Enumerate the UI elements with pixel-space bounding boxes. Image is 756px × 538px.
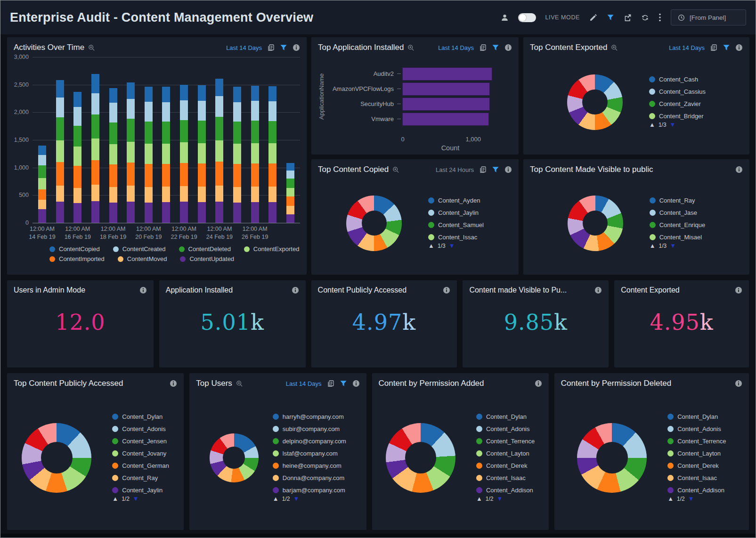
pagination-up-icon[interactable]: ▲	[428, 242, 434, 249]
stacked-bar[interactable]	[73, 92, 81, 223]
legend-item[interactable]: ContentUpdated	[180, 255, 234, 262]
legend-item[interactable]: Content_Jensen	[112, 438, 169, 445]
stacked-bar[interactable]	[109, 88, 117, 223]
donut-chart[interactable]	[386, 423, 455, 493]
panel-time-range[interactable]: Last 14 Days	[669, 44, 705, 51]
donut-chart[interactable]	[346, 196, 402, 251]
pagination-down-icon[interactable]: ▼	[133, 495, 139, 502]
panel-time-range[interactable]: Last 14 Days	[286, 380, 322, 387]
info-icon[interactable]	[735, 44, 743, 51]
zoom-in-icon[interactable]	[88, 44, 95, 51]
filter-icon[interactable]	[723, 44, 730, 51]
legend-item[interactable]: Content_Ayden	[428, 197, 484, 204]
pagination-down-icon[interactable]: ▼	[293, 495, 299, 502]
zoom-in-icon[interactable]	[407, 44, 415, 51]
legend-item[interactable]: ContentDeleted	[179, 245, 231, 253]
legend-item[interactable]: Content_Adonis	[112, 425, 169, 432]
info-icon[interactable]	[292, 286, 299, 294]
copy-icon[interactable]	[479, 166, 487, 173]
live-mode-toggle[interactable]	[518, 13, 536, 22]
more-options-icon[interactable]	[658, 13, 661, 22]
stacked-bar[interactable]	[215, 79, 223, 223]
legend-item[interactable]: Content_Terrence	[667, 438, 726, 445]
legend-item[interactable]: delpino@company.com	[273, 438, 346, 445]
legend-item[interactable]: ContentImported	[49, 255, 105, 262]
filter-icon[interactable]	[492, 166, 499, 173]
filter-icon[interactable]	[340, 380, 347, 387]
pagination-down-icon[interactable]: ▼	[670, 242, 676, 249]
filter-icon[interactable]	[492, 44, 499, 51]
legend-item[interactable]: lstaf@company.com	[273, 450, 346, 457]
copy-icon[interactable]	[710, 44, 717, 51]
pagination-up-icon[interactable]: ▲	[476, 495, 482, 502]
edit-icon[interactable]	[589, 14, 597, 22]
copy-icon[interactable]	[327, 380, 334, 387]
legend-item[interactable]: ContentMoved	[118, 255, 167, 262]
stacked-bar[interactable]	[56, 80, 64, 223]
legend-item[interactable]: Content_Adonis	[667, 425, 726, 432]
info-icon[interactable]	[594, 286, 602, 294]
copy-icon[interactable]	[267, 44, 275, 51]
stacked-bar[interactable]	[286, 163, 294, 223]
legend-item[interactable]: Content_Addison	[667, 487, 726, 494]
user-icon[interactable]	[501, 14, 509, 22]
copy-icon[interactable]	[479, 44, 487, 51]
share-icon[interactable]	[624, 14, 632, 22]
pagination-up-icon[interactable]: ▲	[650, 242, 656, 249]
info-icon[interactable]	[170, 380, 177, 387]
legend-item[interactable]: Content_Ray	[112, 474, 169, 481]
donut-chart[interactable]	[568, 196, 623, 251]
legend-item[interactable]: Content_Samuel	[428, 221, 484, 228]
pagination-down-icon[interactable]: ▼	[688, 495, 694, 502]
info-icon[interactable]	[504, 166, 512, 173]
legend-item[interactable]: Content_Jase	[650, 209, 706, 216]
info-icon[interactable]	[293, 44, 300, 51]
pagination-up-icon[interactable]: ▲	[649, 121, 655, 128]
info-icon[interactable]	[443, 286, 450, 294]
legend-item[interactable]: Content_Layton	[476, 450, 535, 457]
refresh-icon[interactable]	[641, 14, 649, 22]
legend-item[interactable]: Content_Jovany	[112, 450, 169, 457]
zoom-in-icon[interactable]	[611, 44, 618, 51]
pagination-up-icon[interactable]: ▲	[273, 495, 279, 502]
legend-item[interactable]: Content_Jaylin	[112, 487, 169, 494]
zoom-in-icon[interactable]	[236, 380, 243, 387]
legend-item[interactable]: Donna@company.com	[273, 474, 346, 481]
info-icon[interactable]	[504, 44, 512, 51]
legend-item[interactable]: heine@company.com	[273, 462, 346, 469]
info-icon[interactable]	[735, 286, 742, 294]
donut-chart[interactable]	[567, 74, 623, 130]
horizontal-bar[interactable]	[402, 113, 489, 126]
pagination-down-icon[interactable]: ▼	[449, 242, 455, 249]
legend-item[interactable]: Content_Enrique	[650, 221, 706, 228]
activities-stacked-bar-chart[interactable]: 3,0002,5002,0001,5001,000500012:00 AM14 …	[7, 54, 307, 275]
info-icon[interactable]	[139, 286, 147, 294]
legend-item[interactable]: Content_Adonis	[476, 425, 535, 432]
application-installed-bar-chart[interactable]: ApplicationNameAuditv2AmazonVPCFlowLogsS…	[311, 54, 519, 155]
legend-item[interactable]: Content_Zavier	[649, 100, 706, 107]
stacked-bar[interactable]	[251, 86, 259, 223]
legend-item[interactable]: ContentExported	[244, 245, 300, 253]
donut-chart[interactable]	[577, 423, 647, 493]
legend-item[interactable]: Content_Dylan	[667, 413, 726, 420]
info-icon[interactable]	[735, 166, 743, 173]
legend-item[interactable]: barjam@company.com	[273, 487, 346, 494]
stacked-bar[interactable]	[233, 87, 241, 223]
info-icon[interactable]	[535, 380, 542, 387]
panel-time-range[interactable]: Last 14 Days	[438, 44, 474, 51]
legend-item[interactable]: Content_Bridger	[649, 113, 706, 120]
legend-item[interactable]: Content_Cassius	[649, 88, 706, 95]
info-icon[interactable]	[735, 380, 742, 387]
legend-item[interactable]: Content_Layton	[667, 450, 726, 457]
horizontal-bar[interactable]	[402, 82, 490, 96]
legend-item[interactable]: Content_Issac	[428, 234, 484, 241]
horizontal-bar[interactable]	[402, 67, 492, 81]
stacked-bar[interactable]	[162, 87, 170, 223]
legend-item[interactable]: Content_Isaac	[476, 474, 535, 481]
panel-time-range[interactable]: Last 24 Hours	[436, 166, 474, 173]
donut-chart[interactable]	[22, 423, 91, 493]
legend-item[interactable]: Content_Misael	[650, 234, 706, 241]
panel-time-range[interactable]: Last 14 Days	[226, 44, 262, 51]
legend-item[interactable]: Content_Dylan	[476, 413, 535, 420]
legend-item[interactable]: harryh@company.com	[273, 413, 346, 420]
